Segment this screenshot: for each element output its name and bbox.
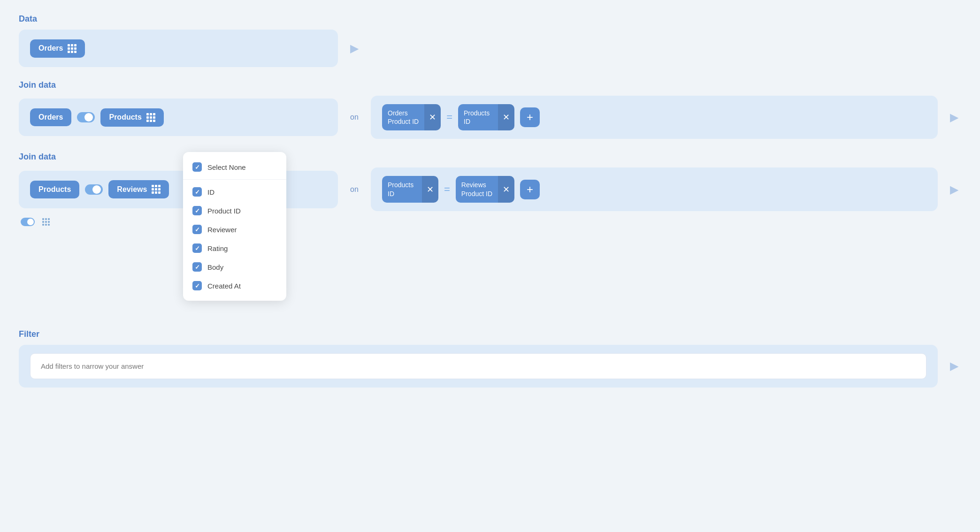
join1-left-sub: Orders	[388, 109, 419, 117]
body-checkbox	[192, 262, 202, 272]
join1-right-main: ID	[464, 117, 492, 126]
created-at-label: Created At	[207, 282, 241, 290]
product-id-checkbox	[192, 206, 202, 215]
data-section: Data Orders ▶	[19, 14, 961, 67]
column-select-dropdown: Select None ID Product ID Reviewer Ratin…	[183, 152, 286, 301]
small-icons-row	[19, 218, 961, 226]
small-grid-icon[interactable]	[42, 218, 50, 226]
reviewer-label: Reviewer	[207, 226, 237, 234]
join2-right-remove[interactable]: ✕	[498, 176, 514, 202]
orders-chip[interactable]: Orders	[30, 39, 85, 58]
join1-condition-card: Orders Product ID ✕ = Products ID ✕ +	[371, 96, 938, 139]
created-at-checkbox	[192, 281, 202, 290]
grid-icon	[68, 44, 77, 53]
join1-products-chip[interactable]: Products	[100, 108, 163, 127]
join-data-1-card: Orders Products	[19, 99, 338, 136]
dropdown-item-id[interactable]: ID	[183, 182, 286, 201]
filter-row: ▶	[19, 345, 961, 388]
join1-add-condition[interactable]: +	[520, 107, 540, 127]
join2-left-sub: Products	[388, 181, 416, 189]
dropdown-divider	[183, 179, 286, 180]
orders-chip-label: Orders	[38, 44, 63, 53]
join2-left-remove[interactable]: ✕	[422, 176, 438, 202]
dropdown-select-none[interactable]: Select None	[183, 158, 286, 176]
dropdown-item-product-id[interactable]: Product ID	[183, 201, 286, 220]
join1-on-label: on	[347, 113, 361, 122]
join1-right-remove[interactable]: ✕	[498, 104, 514, 130]
reviewer-checkbox	[192, 225, 202, 234]
join1-right-condition[interactable]: Products ID ✕	[458, 104, 514, 130]
select-none-label: Select None	[207, 163, 246, 171]
small-toggle-icon[interactable]	[21, 218, 35, 226]
product-id-label: Product ID	[207, 207, 241, 215]
filter-section: Filter ▶	[19, 329, 961, 388]
id-label: ID	[207, 188, 214, 196]
id-checkbox	[192, 187, 202, 197]
join1-left-remove[interactable]: ✕	[424, 104, 441, 130]
join2-left-condition[interactable]: Products ID ✕	[382, 176, 438, 202]
join-data-2-card: Products Reviews	[19, 171, 338, 208]
join-data-1-label: Join data	[19, 80, 961, 90]
join2-right-sub: Reviews	[461, 181, 492, 189]
join-data-1-row: Orders Products on Orders Product ID ✕	[19, 96, 961, 139]
join1-grid-icon	[146, 113, 155, 122]
data-section-label: Data	[19, 14, 961, 24]
join2-reviews-chip[interactable]: Reviews	[108, 180, 169, 198]
filter-input[interactable]	[30, 353, 926, 379]
join1-left-condition[interactable]: Orders Product ID ✕	[382, 104, 441, 130]
body-label: Body	[207, 263, 223, 271]
data-card: Orders	[19, 30, 338, 67]
join2-reviews-label: Reviews	[117, 185, 147, 194]
join2-left-main: ID	[388, 190, 416, 198]
join2-toggle[interactable]	[85, 184, 103, 195]
join2-left-condition-text: Products ID	[382, 176, 422, 202]
filter-arrow-button[interactable]: ▶	[947, 359, 961, 372]
join1-left-main: Product ID	[388, 117, 419, 126]
join1-products-label: Products	[109, 113, 141, 122]
join-data-2-row: Products Reviews on Products ID ✕	[19, 167, 961, 211]
join1-equals: =	[446, 111, 452, 123]
join2-arrow-button[interactable]: ▶	[947, 183, 961, 196]
join1-orders-label: Orders	[38, 113, 63, 122]
join1-orders-chip[interactable]: Orders	[30, 108, 71, 126]
join2-add-condition[interactable]: +	[520, 180, 540, 199]
data-arrow-button[interactable]: ▶	[347, 42, 361, 55]
join2-condition-card: Products ID ✕ = Reviews Product ID ✕ +	[371, 167, 938, 211]
dropdown-item-reviewer[interactable]: Reviewer	[183, 220, 286, 239]
join-data-2-section: Join data Products Reviews on Products I	[19, 152, 961, 226]
data-row: Orders ▶	[19, 30, 961, 67]
join-data-1-section: Join data Orders Products on Orders Prod	[19, 80, 961, 139]
rating-label: Rating	[207, 244, 228, 252]
dropdown-item-created-at[interactable]: Created At	[183, 276, 286, 295]
join2-right-condition-text: Reviews Product ID	[456, 176, 498, 202]
select-none-checkbox	[192, 162, 202, 172]
join1-right-sub: Products	[464, 109, 492, 117]
join2-equals: =	[444, 183, 450, 196]
join2-products-label: Products	[38, 185, 71, 194]
join2-grid-icon	[152, 185, 161, 194]
dropdown-item-rating[interactable]: Rating	[183, 239, 286, 258]
join1-right-condition-text: Products ID	[458, 104, 498, 130]
join1-left-condition-text: Orders Product ID	[382, 104, 424, 130]
rating-checkbox	[192, 243, 202, 253]
filter-label: Filter	[19, 329, 961, 339]
join2-on-label: on	[347, 185, 361, 194]
dropdown-item-body[interactable]: Body	[183, 258, 286, 276]
join2-products-chip[interactable]: Products	[30, 181, 79, 198]
join2-right-condition[interactable]: Reviews Product ID ✕	[456, 176, 514, 202]
join2-right-main: Product ID	[461, 190, 492, 198]
join1-toggle[interactable]	[77, 112, 95, 122]
join-data-2-label: Join data	[19, 152, 961, 162]
join1-arrow-button[interactable]: ▶	[947, 111, 961, 124]
